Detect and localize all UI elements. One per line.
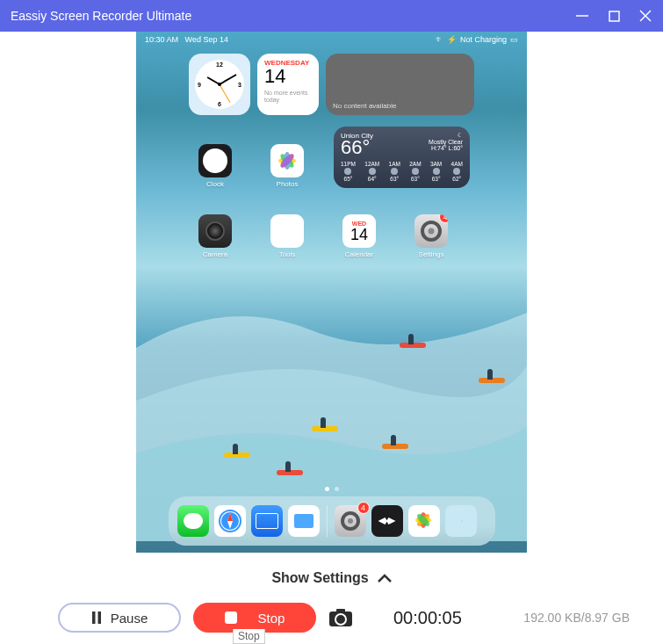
maximize-button[interactable] xyxy=(607,9,621,23)
minimize-button[interactable] xyxy=(575,9,589,23)
show-settings-toggle[interactable]: Show Settings xyxy=(0,561,663,596)
stop-label: Stop xyxy=(258,611,285,626)
mail-icon xyxy=(251,505,283,537)
safari-icon xyxy=(214,505,246,537)
calendar-widget: WEDNESDAY 14 No more events today xyxy=(257,54,319,115)
pause-icon xyxy=(91,611,102,624)
app-label: Clock xyxy=(206,180,224,188)
screenshot-button[interactable] xyxy=(328,608,355,627)
calendar-icon: WED14 xyxy=(342,214,376,248)
weather-day: 2AM63° xyxy=(409,161,421,182)
shortcuts-icon xyxy=(445,505,477,537)
app-camera: Camera xyxy=(198,214,233,258)
weather-widget: Union City 66° ☾ Mostly Clear H:74° L:60… xyxy=(334,127,470,188)
app-label: Tools xyxy=(279,250,296,258)
weather-day: 11PM65° xyxy=(341,161,356,182)
widget-row: 12 6 9 3 WEDNESDAY 14 No more events tod… xyxy=(189,54,474,115)
control-bar: Pause Stop 00:00:05 192.00 KB/8.97 GB xyxy=(0,591,663,644)
app-photos: Photos xyxy=(270,144,305,188)
svg-rect-1 xyxy=(609,11,619,21)
wifi-icon: ᯤ xyxy=(436,35,443,44)
window-title: Eassiy Screen Recorder Ultimate xyxy=(11,9,191,23)
show-settings-label: Show Settings xyxy=(271,570,368,586)
app-tools: Tools xyxy=(270,214,305,258)
window-controls xyxy=(575,9,652,23)
close-button[interactable] xyxy=(638,9,652,23)
stop-button[interactable]: Stop xyxy=(193,603,316,633)
chevron-up-icon xyxy=(378,574,392,582)
pause-button[interactable]: Pause xyxy=(58,603,181,633)
camera-icon xyxy=(198,214,232,248)
file-size: 192.00 KB/8.97 GB xyxy=(523,611,630,625)
app-label: Calendar xyxy=(345,250,373,258)
weather-day: 3AM63° xyxy=(430,161,442,182)
ipad-statusbar: 10:30 AM Wed Sep 14 ᯤ ⚡Not Charging ▭ xyxy=(136,35,527,44)
svg-rect-26 xyxy=(336,609,345,613)
content-widget: No content available xyxy=(326,54,474,115)
battery-icon: ▭ xyxy=(510,35,518,44)
messages-icon xyxy=(177,505,209,537)
photos-icon xyxy=(270,144,304,177)
app-clock: Clock xyxy=(198,144,233,188)
weather-day: 12AM64° xyxy=(364,161,379,182)
titlebar: Eassiy Screen Recorder Ultimate xyxy=(0,0,663,32)
weather-day: 4AM62° xyxy=(451,161,463,182)
clock-widget: 12 6 9 3 xyxy=(189,54,250,115)
svg-rect-23 xyxy=(92,611,96,624)
app-settings: 4Settings xyxy=(414,214,449,258)
recording-preview: 10:30 AM Wed Sep 14 ᯤ ⚡Not Charging ▭ 12… xyxy=(136,32,527,553)
svg-point-18 xyxy=(348,518,353,524)
app-label: Settings xyxy=(419,250,444,258)
page-dots xyxy=(325,487,339,491)
stop-tooltip: Stop xyxy=(233,629,265,644)
svg-point-11 xyxy=(429,228,435,235)
svg-rect-24 xyxy=(97,611,101,624)
files-icon xyxy=(288,505,320,537)
recording-timer: 00:00:05 xyxy=(393,608,462,628)
dock-photos-icon xyxy=(408,505,440,537)
clock-icon xyxy=(198,144,232,177)
dock-settings-icon: 4 xyxy=(335,505,366,537)
ipad-dock: 4 xyxy=(169,496,495,546)
weather-day: 1AM63° xyxy=(389,161,400,182)
tools-icon xyxy=(270,214,304,248)
app-calendar: WED14Calendar xyxy=(342,214,377,258)
stop-icon xyxy=(225,611,237,624)
app-label: Photos xyxy=(277,180,299,188)
moon-icon: ☾ xyxy=(429,132,463,139)
pause-label: Pause xyxy=(111,611,148,626)
app-label: Camera xyxy=(203,250,227,258)
settings-icon: 4 xyxy=(414,214,448,248)
bird-app-icon xyxy=(371,505,403,537)
